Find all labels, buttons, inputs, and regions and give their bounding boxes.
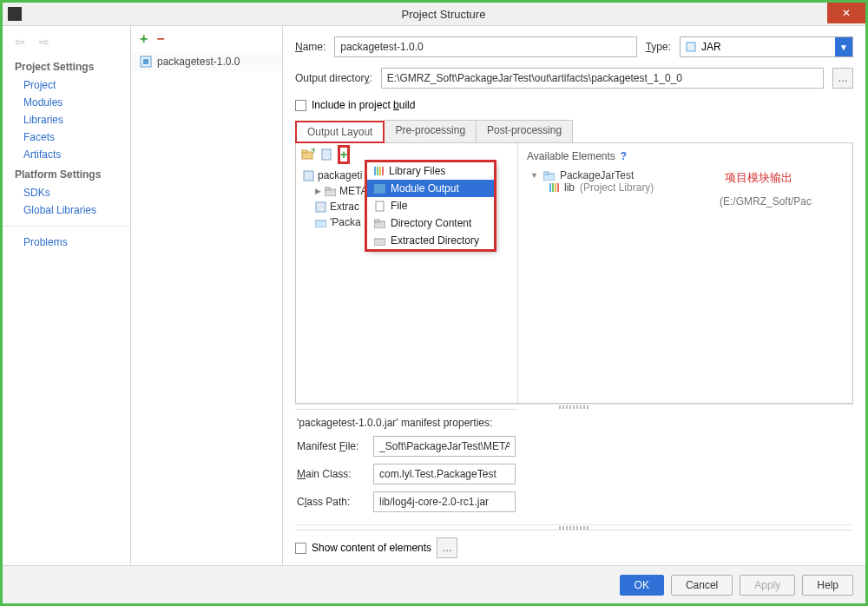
client-area: ⇦ ⇨ Project Settings Project Modules Lib… [3,25,865,565]
manifest-file-label: Manifest File: [297,440,366,452]
ok-button[interactable]: OK [620,575,664,596]
folder-icon [325,187,336,196]
svg-rect-4 [302,150,307,153]
type-value: JAR [701,41,721,53]
apply-button[interactable]: Apply [740,575,795,596]
extracted-icon [374,236,385,246]
menu-item-module-output[interactable]: Module Output [367,180,494,197]
truncated-path: (E:/GMRZ_Soft/Pac [720,195,812,207]
archive-icon [303,170,314,181]
tab-pre-processing[interactable]: Pre-processing [384,120,477,142]
main-class-label: Main Class: [297,468,366,480]
help-icon[interactable]: ? [621,150,627,162]
module-icon [140,56,152,68]
browse-button[interactable]: … [832,68,853,89]
outdir-label: Output directory: [295,72,372,84]
available-elements-header: Available Elements [527,150,615,162]
svg-rect-11 [374,239,385,246]
svg-rect-16 [315,221,326,227]
svg-rect-18 [543,172,549,175]
tab-post-processing[interactable]: Post-processing [476,120,573,142]
class-path-input[interactable] [373,491,516,512]
add-copy-button[interactable]: + [339,147,348,162]
cancel-button[interactable]: Cancel [671,575,733,596]
archive-icon [315,201,326,213]
project-structure-window: Project Structure ✕ ⇦ ⇨ Project Settings… [0,0,868,606]
svg-rect-6 [322,149,331,160]
tab-output-layout[interactable]: Output Layout [295,121,385,143]
expand-icon[interactable]: ▶ [315,187,321,195]
sidebar-item-modules[interactable]: Modules [3,94,130,111]
sidebar-separator [3,226,130,227]
outdir-input[interactable] [381,68,824,89]
checkbox-icon [295,543,306,554]
new-folder-icon[interactable]: + [301,148,315,161]
menu-item-directory-content[interactable]: Directory Content [367,214,494,232]
add-artifact-button[interactable]: + [140,31,148,47]
annotation-text: 项目模块输出 [725,170,792,186]
window-title: Project Structure [22,8,865,21]
type-combo[interactable]: JAR ▼ [680,36,853,57]
window-close-button[interactable]: ✕ [827,3,865,23]
sidebar-item-project[interactable]: Project [3,76,130,94]
project-icon [543,171,555,181]
folder-icon [374,219,385,228]
available-lib-row[interactable]: lib (Project Library) [530,181,844,194]
output-layout-panel: + + Library Files [295,143,853,404]
nav-arrows[interactable]: ⇦ ⇨ [3,35,130,56]
dialog-footer: OK Cancel Apply Help [3,565,865,603]
platform-settings-header: Platform Settings [3,163,130,184]
main-class-input[interactable] [373,464,516,484]
artifact-tabs: Output Layout Pre-processing Post-proces… [295,120,853,143]
expand-icon[interactable]: ▼ [530,171,538,180]
sidebar-item-global-libraries[interactable]: Global Libraries [3,201,130,219]
sidebar-item-problems[interactable]: Problems [3,234,130,251]
available-elements-panel: 项目模块输出 (E:/GMRZ_Soft/Pac Available Eleme… [518,143,852,403]
name-input[interactable] [334,36,636,57]
lib-note: (Project Library) [580,181,654,194]
library-icon [374,167,384,175]
folder-icon [315,218,326,227]
available-project-row[interactable]: ▼ PackageJarTest [530,169,844,181]
menu-item-file[interactable]: File [367,197,494,214]
svg-text:+: + [311,148,315,156]
help-button[interactable]: Help [802,575,853,596]
manifest-file-input[interactable] [373,436,516,457]
manifest-properties: 'packagetest-1.0.0.jar' manifest propert… [295,409,517,524]
show-content-checkbox[interactable]: Show content of elements [295,542,431,554]
menu-item-extracted-directory[interactable]: Extracted Directory [367,232,494,249]
svg-rect-7 [374,184,385,194]
sidebar-item-libraries[interactable]: Libraries [3,111,130,128]
name-label: Name: [295,41,326,53]
jar-icon [686,42,696,52]
svg-rect-2 [687,43,695,51]
remove-artifact-button[interactable]: − [156,31,164,47]
svg-rect-14 [325,188,330,190]
manifest-header: 'packagetest-1.0.0.jar' manifest propert… [297,417,516,429]
show-content-browse[interactable]: … [437,537,457,558]
show-content-label: Show content of elements [312,542,431,554]
svg-rect-12 [304,171,313,181]
svg-rect-1 [143,59,148,64]
titlebar: Project Structure ✕ [3,3,865,25]
sidebar-item-sdks[interactable]: SDKs [3,184,130,201]
checkbox-icon [295,100,306,111]
new-archive-icon[interactable] [320,148,334,161]
sidebar-item-artifacts[interactable]: Artifacts [3,146,130,163]
class-path-label: Class Path: [297,496,366,508]
include-build-checkbox[interactable]: Include in project build [295,99,853,111]
menu-item-library-files[interactable]: Library Files [367,162,494,180]
include-build-label: Include in project build [312,99,415,111]
intellij-icon [8,7,22,21]
library-icon [549,183,559,192]
project-settings-header: Project Settings [3,56,130,76]
artifact-list-item[interactable]: packagetest-1.0.0 [131,52,282,71]
available-tree[interactable]: ▼ PackageJarTest lib (Project Library) [527,166,844,194]
sidebar-item-facets[interactable]: Facets [3,128,130,146]
layout-tree-panel: + + Library Files [296,143,518,403]
show-content-row: Show content of elements … [295,530,853,565]
settings-sidebar: ⇦ ⇨ Project Settings Project Modules Lib… [3,26,131,565]
svg-rect-15 [316,202,326,212]
combo-caret-icon[interactable]: ▼ [835,37,852,56]
main-panel: Name: Type: JAR ▼ Output directory: … In [283,26,865,565]
